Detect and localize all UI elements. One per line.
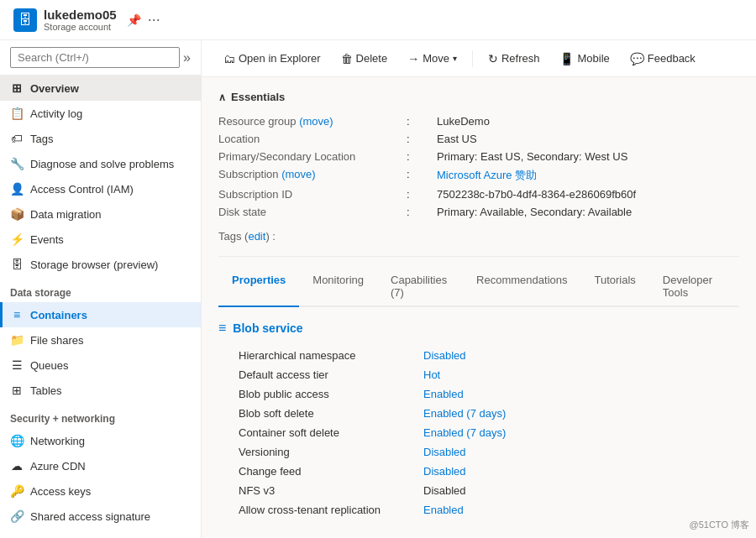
sidebar-item-containers[interactable]: ≡ Containers (0, 302, 201, 327)
tags-edit-link[interactable]: edit (248, 230, 265, 243)
sidebar-item-diagnose[interactable]: 🔧 Diagnose and solve problems (0, 151, 201, 176)
essentials-colon-rg: : (403, 113, 437, 129)
sidebar-label-access-control: Access Control (IAM) (30, 183, 134, 196)
tab-recommendations[interactable]: Recommendations (463, 267, 580, 307)
sidebar-label-diagnose: Diagnose and solve problems (30, 158, 174, 170)
prop-value-blob-soft-delete[interactable]: Enabled (7 days) (423, 404, 739, 423)
prop-value-cross-tenant[interactable]: Enabled (423, 500, 739, 520)
sidebar-item-file-shares[interactable]: 📁 File shares (0, 327, 201, 353)
sidebar-label-file-shares: File shares (30, 334, 84, 347)
sidebar-collapse-icon[interactable]: » (183, 50, 191, 65)
azure-cdn-icon: ☁ (10, 459, 24, 473)
prop-label-cross-tenant: Allow cross-tenant replication (239, 500, 423, 520)
file-shares-icon: 📁 (10, 333, 24, 347)
essentials-colon-ps-location: : (403, 149, 437, 165)
tab-properties[interactable]: Properties (218, 267, 299, 307)
tables-icon: ⊞ (10, 384, 24, 397)
refresh-button[interactable]: ↻ Refresh (480, 47, 549, 71)
sidebar-label-overview: Overview (30, 82, 79, 95)
sidebar: » ⊞ Overview 📋 Activity log 🏷 Tags 🔧 Dia… (0, 40, 202, 538)
toolbar: 🗂 Open in Explorer 🗑 Delete → Move ▾ ↻ R… (202, 40, 756, 77)
essentials-label-sub-id: Subscription ID (218, 186, 403, 202)
sidebar-label-data-migration: Data migration (30, 208, 102, 221)
sidebar-label-access-keys: Access keys (30, 485, 91, 498)
toolbar-separator-1 (472, 50, 473, 67)
sidebar-item-activity-log[interactable]: 📋 Activity log (0, 101, 201, 126)
essentials-colon-disk-state: : (403, 204, 437, 220)
mobile-label: Mobile (577, 52, 609, 65)
delete-label: Delete (356, 52, 388, 65)
essentials-title: Essentials (231, 91, 285, 103)
main-content: 🗂 Open in Explorer 🗑 Delete → Move ▾ ↻ R… (202, 40, 756, 538)
prop-value-hierarchical-ns[interactable]: Disabled (423, 346, 739, 365)
sidebar-label-shared-access: Shared access signature (30, 510, 150, 523)
sidebar-item-networking[interactable]: 🌐 Networking (0, 428, 201, 453)
essentials-chevron-icon: ∧ (218, 91, 226, 103)
section-header-security-networking: Security + networking (0, 403, 201, 428)
sidebar-item-shared-access[interactable]: 🔗 Shared access signature (0, 504, 201, 529)
sidebar-item-overview[interactable]: ⊞ Overview (0, 76, 201, 101)
sidebar-label-storage-browser: Storage browser (preview) (30, 259, 158, 271)
open-explorer-label: Open in Explorer (239, 52, 321, 65)
overview-icon: ⊞ (10, 81, 24, 95)
sidebar-item-access-control[interactable]: 👤 Access Control (IAM) (0, 176, 201, 201)
prop-label-access-tier: Default access tier (239, 365, 423, 384)
prop-label-change-feed: Change feed (239, 462, 423, 481)
prop-label-versioning: Versioning (239, 442, 423, 462)
sidebar-item-tags[interactable]: 🏷 Tags (0, 126, 201, 151)
prop-value-versioning[interactable]: Disabled (423, 442, 739, 462)
delete-icon: 🗑 (341, 52, 353, 65)
tab-developer-tools[interactable]: Developer Tools (649, 267, 739, 307)
tab-tutorials[interactable]: Tutorials (580, 267, 648, 307)
resource-title: lukedemo05 (44, 8, 117, 22)
sidebar-item-events[interactable]: ⚡ Events (0, 227, 201, 252)
sidebar-item-data-migration[interactable]: 📦 Data migration (0, 201, 201, 227)
sidebar-item-azure-cdn[interactable]: ☁ Azure CDN (0, 453, 201, 478)
essentials-label-location: Location (218, 131, 403, 147)
move-button[interactable]: → Move ▾ (399, 47, 465, 71)
subscription-link[interactable]: Microsoft Azure 赞助 (437, 169, 537, 181)
essentials-label-rg: Resource group (move) (218, 113, 403, 129)
feedback-icon: 💬 (630, 52, 644, 65)
essentials-value-sub-id: 7502238c-b7b0-4df4-8364-e286069fb60f (437, 186, 739, 202)
watermark: @51CTO 博客 (690, 519, 749, 531)
prop-value-change-feed[interactable]: Disabled (423, 462, 739, 481)
top-bar: 🗄 lukedemo05 Storage account 📌 ··· (0, 0, 756, 40)
tags-icon: 🏷 (10, 132, 24, 145)
resource-subtitle: Storage account (44, 22, 117, 32)
prop-value-container-soft-delete[interactable]: Enabled (7 days) (423, 423, 739, 442)
delete-button[interactable]: 🗑 Delete (333, 47, 396, 71)
prop-label-hierarchical-ns: Hierarchical namespace (239, 346, 423, 365)
prop-label-container-soft-delete: Container soft delete (239, 423, 423, 442)
sidebar-item-tables[interactable]: ⊞ Tables (0, 378, 201, 403)
networking-icon: 🌐 (10, 434, 24, 447)
move-resource-group-link[interactable]: (move) (299, 115, 333, 128)
sidebar-label-azure-cdn: Azure CDN (30, 460, 86, 473)
prop-value-nfs-v3: Disabled (423, 481, 739, 500)
diagnose-icon: 🔧 (10, 157, 24, 170)
data-migration-icon: 📦 (10, 207, 24, 221)
search-input[interactable] (10, 47, 180, 68)
prop-label-nfs-v3: NFS v3 (239, 481, 423, 500)
essentials-label-disk-state: Disk state (218, 204, 403, 220)
more-icon[interactable]: ··· (148, 11, 160, 29)
open-in-explorer-button[interactable]: 🗂 Open in Explorer (215, 47, 329, 71)
pin-icon[interactable]: 📌 (127, 13, 141, 27)
sidebar-item-storage-browser[interactable]: 🗄 Storage browser (preview) (0, 252, 201, 277)
move-icon: → (407, 52, 419, 65)
prop-value-blob-public[interactable]: Enabled (423, 384, 739, 404)
tab-capabilities[interactable]: Capabilities (7) (377, 267, 463, 307)
sidebar-item-access-keys[interactable]: 🔑 Access keys (0, 478, 201, 504)
open-explorer-icon: 🗂 (223, 52, 235, 65)
blob-service-section-title: ≡ Blob service (218, 321, 739, 336)
access-keys-icon: 🔑 (10, 484, 24, 498)
sidebar-item-queues[interactable]: ☰ Queues (0, 353, 201, 378)
content-area: ∧ Essentials Resource group (move) : Luk… (202, 77, 756, 533)
move-subscription-link[interactable]: (move) (281, 168, 315, 180)
feedback-button[interactable]: 💬 Feedback (622, 47, 704, 71)
sidebar-label-activity-log: Activity log (30, 107, 82, 120)
mobile-button[interactable]: 📱 Mobile (551, 47, 617, 71)
tab-monitoring[interactable]: Monitoring (299, 267, 377, 307)
prop-value-access-tier[interactable]: Hot (423, 365, 739, 384)
essentials-header: ∧ Essentials (218, 91, 739, 103)
